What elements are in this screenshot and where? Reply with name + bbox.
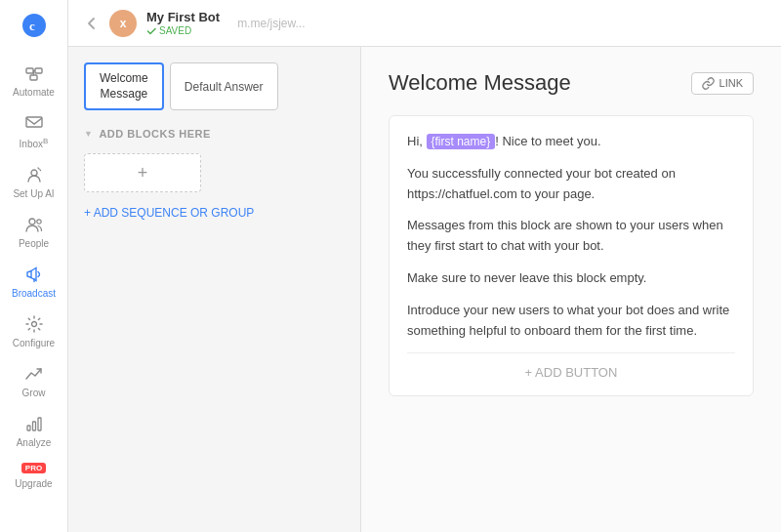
message-intro: Hi, {first name}! Nice to meet you. bbox=[407, 132, 735, 152]
avatar: x bbox=[109, 10, 137, 37]
analyze-icon bbox=[23, 413, 45, 434]
svg-rect-11 bbox=[32, 422, 35, 430]
first-name-tag: {first name} bbox=[427, 134, 496, 149]
svg-point-6 bbox=[31, 170, 37, 176]
message-card: Hi, {first name}! Nice to meet you. You … bbox=[389, 115, 754, 396]
section-label: ADD BLOCKS HERE bbox=[99, 128, 210, 140]
link-button[interactable]: LINK bbox=[691, 72, 754, 95]
message-intro-end: ! Nice to meet you. bbox=[495, 134, 600, 148]
sidebar-item-automate[interactable]: Automate bbox=[0, 55, 67, 104]
sidebar: c Automate InboxB bbox=[0, 0, 68, 532]
inbox-icon bbox=[23, 112, 45, 134]
svg-text:c: c bbox=[29, 19, 35, 33]
message-para-2-text: Messages from this block are shown to yo… bbox=[407, 218, 723, 253]
svg-point-7 bbox=[29, 219, 35, 225]
message-paragraph-2: Messages from this block are shown to yo… bbox=[407, 216, 735, 257]
right-panel: Welcome Message LINK Hi, {first name}! N… bbox=[361, 47, 781, 532]
message-intro-text: Hi, bbox=[407, 134, 427, 148]
setup-ai-icon bbox=[23, 164, 45, 185]
svg-rect-1 bbox=[26, 68, 33, 73]
preview-header: Welcome Message LINK bbox=[389, 70, 754, 96]
add-button-label: + ADD BUTTON bbox=[525, 365, 618, 380]
add-sequence-button[interactable]: + ADD SEQUENCE OR GROUP bbox=[84, 202, 345, 224]
section-header: ▼ ADD BLOCKS HERE bbox=[84, 124, 345, 143]
sidebar-upgrade-label: Upgrade bbox=[15, 478, 52, 490]
section-arrow: ▼ bbox=[84, 129, 93, 139]
grow-icon bbox=[23, 363, 45, 385]
back-button[interactable] bbox=[84, 16, 100, 31]
people-icon bbox=[23, 214, 45, 235]
link-icon bbox=[702, 77, 715, 90]
sidebar-setup-ai-label: Set Up AI bbox=[13, 188, 54, 200]
sidebar-item-upgrade[interactable]: PRO Upgrade bbox=[0, 455, 67, 496]
tabs-row: Welcome Message Default Answer bbox=[84, 62, 345, 110]
svg-rect-3 bbox=[30, 75, 37, 80]
sidebar-broadcast-label: Broadcast bbox=[12, 288, 56, 300]
message-para-4-text: Introduce your new users to what your bo… bbox=[407, 303, 729, 338]
content-area: Welcome Message Default Answer ▼ ADD BLO… bbox=[68, 47, 781, 532]
tab-welcome-message[interactable]: Welcome Message bbox=[84, 62, 164, 110]
tab-default-answer[interactable]: Default Answer bbox=[170, 62, 278, 110]
sidebar-item-grow[interactable]: Grow bbox=[0, 355, 67, 405]
add-block-plus-icon: + bbox=[138, 163, 148, 184]
bot-url: m.me/jsjew... bbox=[237, 17, 305, 30]
sidebar-grow-label: Grow bbox=[22, 388, 46, 399]
left-panel: Welcome Message Default Answer ▼ ADD BLO… bbox=[68, 47, 361, 532]
svg-point-9 bbox=[31, 322, 36, 327]
bot-name: My First Bot bbox=[146, 10, 220, 24]
add-block-button[interactable]: + bbox=[84, 153, 201, 192]
message-para-1-text: You successfully connected your bot crea… bbox=[407, 166, 676, 201]
saved-label: SAVED bbox=[146, 25, 220, 36]
sidebar-item-setup-ai[interactable]: Set Up AI bbox=[0, 156, 67, 206]
sidebar-item-analyze[interactable]: Analyze bbox=[0, 405, 67, 455]
sidebar-item-people[interactable]: People bbox=[0, 206, 67, 256]
link-label: LINK bbox=[719, 77, 743, 89]
sidebar-item-inbox[interactable]: InboxB bbox=[0, 104, 67, 156]
svg-point-8 bbox=[36, 220, 40, 224]
message-paragraph-4: Introduce your new users to what your bo… bbox=[407, 301, 735, 342]
sidebar-analyze-label: Analyze bbox=[17, 437, 52, 449]
sidebar-item-broadcast[interactable]: Broadcast bbox=[0, 256, 67, 306]
main-area: x My First Bot SAVED m.me/jsjew... Welco… bbox=[68, 0, 781, 532]
preview-title: Welcome Message bbox=[389, 70, 571, 96]
sidebar-inbox-label: InboxB bbox=[20, 137, 49, 150]
svg-rect-12 bbox=[38, 418, 41, 430]
sidebar-configure-label: Configure bbox=[13, 338, 55, 349]
topbar: x My First Bot SAVED m.me/jsjew... bbox=[68, 0, 781, 47]
configure-icon bbox=[23, 313, 45, 335]
bot-info: My First Bot SAVED bbox=[146, 10, 220, 36]
message-para-3-text: Make sure to never leave this block empt… bbox=[407, 270, 646, 285]
sidebar-item-configure[interactable]: Configure bbox=[0, 306, 67, 355]
app-logo[interactable]: c bbox=[19, 10, 50, 41]
message-paragraph-1: You successfully connected your bot crea… bbox=[407, 164, 735, 205]
broadcast-icon bbox=[23, 264, 45, 285]
sidebar-people-label: People bbox=[19, 238, 49, 250]
message-paragraph-3: Make sure to never leave this block empt… bbox=[407, 268, 735, 289]
pro-badge: PRO bbox=[21, 463, 46, 473]
sidebar-automate-label: Automate bbox=[13, 87, 55, 99]
add-button-row[interactable]: + ADD BUTTON bbox=[407, 352, 735, 380]
automate-icon bbox=[23, 62, 45, 84]
svg-rect-2 bbox=[35, 68, 42, 73]
svg-rect-10 bbox=[27, 426, 30, 430]
